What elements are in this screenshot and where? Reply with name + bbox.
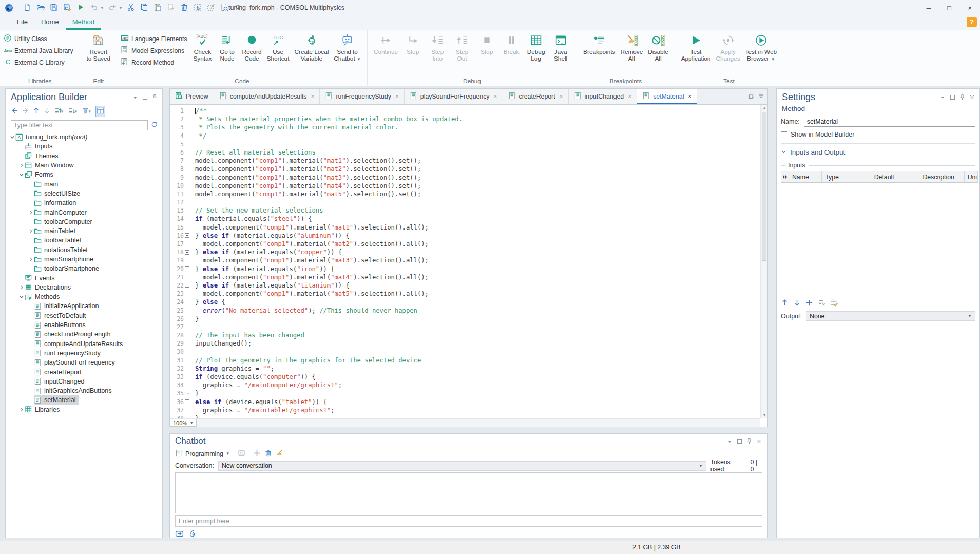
tree-item-maincomputer[interactable]: mainComputer xyxy=(6,207,162,217)
panel-menu-icon[interactable] xyxy=(131,94,139,101)
open-button[interactable] xyxy=(35,2,46,13)
external-c-library-button[interactable]: CExternal C Library xyxy=(4,58,73,67)
chatbot-mode-dropdown[interactable]: Programming ▼ xyxy=(175,449,230,459)
nav-forward-button[interactable] xyxy=(22,107,29,116)
tree-item-tuning-fork-mph[interactable]: Atuning_fork.mph (root) xyxy=(6,132,162,142)
editor-zoom-control[interactable]: 100%▼ xyxy=(170,419,197,427)
send-prompt-icon[interactable] xyxy=(175,529,184,540)
apply-changes-button[interactable]: Apply Changes xyxy=(713,32,742,62)
test-in-web-browser-button[interactable]: Test in Web Browser ▼ xyxy=(743,32,779,63)
tree-item-main-window[interactable]: Main Window xyxy=(6,161,162,170)
editor-vertical-scrollbar[interactable]: ▲ ▼ xyxy=(760,105,767,418)
tree-item-resettodefault[interactable]: resetToDefault xyxy=(6,311,162,320)
fold-box-icon[interactable] xyxy=(184,265,191,273)
caret-collapsed-icon[interactable] xyxy=(27,228,34,235)
tree-item-libraries[interactable]: Libraries xyxy=(6,405,162,414)
tab-method[interactable]: Method xyxy=(66,15,101,30)
scroll-down-icon[interactable]: ▼ xyxy=(761,413,768,417)
clear-graphics-button[interactable] xyxy=(205,2,217,13)
java-shell-button[interactable]: Java Shell xyxy=(548,32,573,62)
fold-box-icon[interactable] xyxy=(184,398,191,406)
inputs-table-column-name[interactable]: Name xyxy=(789,171,822,182)
create-local-variable-button[interactable]: a=TCreate Local Variable xyxy=(292,32,331,62)
tree-item-computeandupdateresults[interactable]: computeAndUpdateResults xyxy=(6,339,162,349)
new-conversation-icon[interactable] xyxy=(253,449,261,459)
tree-item-runfrequencystudy[interactable]: runFrequencyStudy xyxy=(6,349,162,358)
nav-back-button[interactable] xyxy=(11,107,18,116)
stop-button[interactable]: Stop xyxy=(474,32,499,55)
float-panel-icon[interactable] xyxy=(949,94,956,101)
tree-item-checkfindpronglength[interactable]: checkFindProngLength xyxy=(6,330,162,339)
chevron-down-icon[interactable]: ▼ xyxy=(74,109,78,114)
toggle-editor-button[interactable] xyxy=(95,106,105,117)
chatbot-prompt-input[interactable] xyxy=(175,515,762,527)
close-button[interactable]: × xyxy=(959,0,980,15)
show-in-model-builder-checkbox[interactable] xyxy=(781,131,787,138)
caret-collapsed-icon[interactable] xyxy=(27,209,34,216)
tree-item-inputchanged[interactable]: inputChanged xyxy=(6,377,162,386)
caret-expanded-icon[interactable] xyxy=(9,134,15,141)
editor-tab-runfrequencystudy[interactable]: runFrequencyStudy× xyxy=(320,89,404,104)
tree-item-createreport[interactable]: createReport xyxy=(6,367,162,376)
copy-button[interactable] xyxy=(139,2,150,13)
move-up-button[interactable] xyxy=(32,107,40,116)
fold-box-icon[interactable] xyxy=(184,215,191,223)
caret-expanded-icon[interactable] xyxy=(18,171,25,178)
clear-conversation-broom-icon[interactable] xyxy=(276,449,283,459)
inputs-table-column-default[interactable]: Default xyxy=(871,171,920,182)
tree-item-methods[interactable]: Methods xyxy=(6,292,162,301)
inputs-and-output-section-header[interactable]: Inputs and Output xyxy=(781,147,975,158)
step-out-button[interactable]: Step Out xyxy=(450,32,474,62)
caret-collapsed-icon[interactable] xyxy=(18,162,25,169)
refresh-icon[interactable] xyxy=(150,121,158,130)
filter-button[interactable]: ▼ xyxy=(82,107,92,116)
scrollbar-thumb[interactable] xyxy=(762,112,766,261)
send-code-to-chatbot-icon[interactable] xyxy=(238,449,245,459)
minimize-button[interactable]: ─ xyxy=(918,0,939,15)
inputs-table-column-type[interactable]: Type xyxy=(822,171,871,182)
code-area[interactable]: 1/**2 * Sets the material properties whe… xyxy=(170,105,760,418)
tree-item-toolbarcomputer[interactable]: toolbarComputer xyxy=(6,217,162,226)
tree-item-enablebuttons[interactable]: enableButtons xyxy=(6,320,162,330)
fold-box-icon[interactable] xyxy=(184,298,191,306)
tree-filter-input[interactable] xyxy=(11,120,148,130)
inputs-table-column-unit[interactable]: Unit xyxy=(965,171,978,182)
break-button[interactable]: Break xyxy=(499,32,524,55)
caret-collapsed-icon[interactable] xyxy=(27,256,34,263)
test-application-button[interactable]: Test Application xyxy=(679,32,714,62)
add-button[interactable] xyxy=(805,299,813,308)
save-as-button[interactable] xyxy=(62,2,73,13)
chevron-down-icon[interactable]: ▼ xyxy=(60,109,64,114)
tree-item-toolbartablet[interactable]: toolbarTablet xyxy=(6,236,162,245)
float-panel-icon[interactable] xyxy=(736,437,743,445)
breakpoints-button[interactable]: Breakpoints xyxy=(581,32,618,55)
undo-button[interactable] xyxy=(88,2,100,13)
tree-item-maintablet[interactable]: mainTablet xyxy=(6,226,162,236)
close-tab-icon[interactable]: × xyxy=(688,93,691,100)
remove-all-button[interactable]: Remove All xyxy=(618,32,645,62)
continue-button[interactable]: Continue xyxy=(371,32,400,55)
help-button[interactable]: ? xyxy=(967,17,977,27)
tree-item-events[interactable]: Events xyxy=(6,273,162,282)
close-panel-icon[interactable] xyxy=(755,437,762,445)
move-up-button[interactable] xyxy=(781,299,789,308)
disable-all-button[interactable]: Disable All xyxy=(645,32,670,62)
close-tab-icon[interactable]: × xyxy=(560,93,563,100)
editor-tab-playsoundforfrequency[interactable]: playSoundForFrequency× xyxy=(405,89,503,104)
close-tab-icon[interactable]: × xyxy=(395,93,399,100)
caret-collapsed-icon[interactable] xyxy=(18,406,25,413)
run-button[interactable] xyxy=(75,2,86,13)
new-file-button[interactable] xyxy=(22,2,33,13)
step-button[interactable]: Step xyxy=(400,32,425,55)
tree-item-toolbarsmartphone[interactable]: toolbarSmartphone xyxy=(6,264,162,273)
tree-item-notationstablet[interactable]: notationsTablet xyxy=(6,245,162,255)
panel-menu-icon[interactable] xyxy=(939,94,946,101)
chevron-down-icon[interactable]: ▼ xyxy=(88,109,92,114)
tab-list-icon[interactable] xyxy=(758,93,764,101)
tree-item-information[interactable]: information xyxy=(6,198,162,207)
tree-item-forms[interactable]: Forms xyxy=(6,170,162,179)
expand-all-button[interactable]: ▼ xyxy=(54,107,65,116)
close-tab-icon[interactable]: × xyxy=(628,93,631,100)
fold-box-icon[interactable] xyxy=(184,373,191,381)
close-panel-icon[interactable] xyxy=(968,94,975,101)
